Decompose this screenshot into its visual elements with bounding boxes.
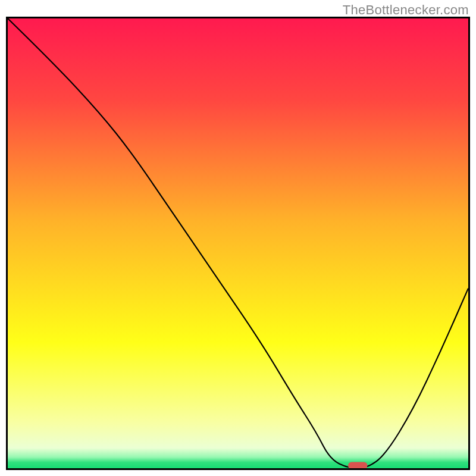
gradient-background <box>8 18 468 468</box>
chart-frame <box>6 17 470 470</box>
optimal-marker <box>348 462 368 468</box>
chart-canvas <box>8 18 468 468</box>
watermark: TheBottlenecker.com <box>343 2 469 18</box>
